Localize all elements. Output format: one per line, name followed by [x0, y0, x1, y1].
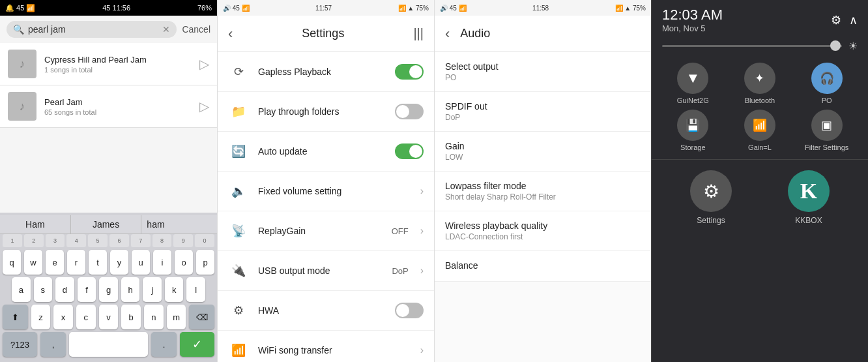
tile-storage[interactable]: 💾 Storage	[662, 110, 724, 151]
num-key[interactable]: 0	[195, 234, 214, 247]
num-key[interactable]: 5	[88, 234, 108, 247]
back-button-settings[interactable]: ‹	[228, 25, 233, 42]
key-y[interactable]: y	[110, 250, 128, 275]
app-settings[interactable]: ⚙ Settings	[690, 170, 732, 225]
list-item[interactable]: ♪ Pearl Jam 65 songs in total ▷	[0, 85, 217, 128]
settings-item-folders[interactable]: 📁 Play through folders	[218, 92, 434, 132]
key-n[interactable]: n	[144, 305, 164, 329]
key-s[interactable]: s	[34, 277, 53, 302]
audio-item-spdif[interactable]: SPDIF out DoP	[435, 92, 651, 132]
settings-item-volume[interactable]: 🔈 Fixed volume setting ›	[218, 172, 434, 211]
key-q[interactable]: q	[3, 250, 21, 275]
num-key[interactable]: 2	[24, 234, 44, 247]
tile-gainl[interactable]: 📶 Gain=L	[729, 110, 791, 151]
search-input[interactable]	[28, 24, 158, 35]
num-key[interactable]: 6	[109, 234, 129, 247]
key-space[interactable]	[69, 332, 148, 357]
audio-item-lowpass[interactable]: Lowpass filter mode Short delay Sharp Ro…	[435, 172, 651, 211]
folders-toggle[interactable]	[395, 104, 424, 119]
suggestion-1[interactable]: James	[71, 215, 142, 234]
key-period[interactable]: .	[151, 332, 177, 357]
app-kkbox[interactable]: K KKBOX	[788, 170, 830, 225]
list-item[interactable]: ♪ Cypress Hill and Pearl Jam 1 songs in …	[0, 43, 217, 85]
status-time-3: 11:58	[532, 5, 549, 12]
brightness-bar[interactable]	[662, 45, 842, 47]
settings-item-hwa[interactable]: ⚙ HWA	[218, 291, 434, 331]
key-t[interactable]: t	[89, 250, 107, 275]
key-e[interactable]: e	[46, 250, 64, 275]
tile-filter[interactable]: ▣ Filter Settings	[796, 110, 858, 151]
settings-item-gapless[interactable]: ⟳ Gapless Playback	[218, 52, 434, 92]
search-wrapper[interactable]: 🔍 ✕	[7, 21, 177, 38]
wifi-icon: 📶	[228, 340, 249, 361]
back-button-audio[interactable]: ‹	[445, 25, 450, 42]
audio-item-gain[interactable]: Gain LOW	[435, 132, 651, 172]
kkbox-app-label: KKBOX	[795, 216, 822, 225]
brightness-knob[interactable]	[830, 40, 841, 51]
key-shift[interactable]: ⬆	[3, 305, 28, 329]
wireless-sub: LDAC-Connection first	[445, 232, 641, 241]
key-i[interactable]: i	[153, 250, 171, 275]
key-m[interactable]: m	[167, 305, 186, 329]
num-key[interactable]: 9	[173, 234, 193, 247]
num-key[interactable]: 1	[3, 234, 22, 247]
key-r[interactable]: r	[67, 250, 85, 275]
tile-guinet2g[interactable]: ▼ GuiNet2G	[662, 63, 724, 104]
collapse-icon[interactable]: ∧	[849, 13, 858, 27]
key-a[interactable]: a	[12, 277, 31, 302]
key-p[interactable]: p	[196, 250, 214, 275]
key-c[interactable]: c	[76, 305, 96, 329]
clear-icon[interactable]: ✕	[162, 24, 170, 35]
suggestion-0[interactable]: Ham	[0, 215, 71, 234]
key-num[interactable]: ?123	[3, 332, 37, 357]
autoupdate-label: Auto update	[258, 146, 386, 157]
key-g[interactable]: g	[99, 277, 118, 302]
key-k[interactable]: k	[165, 277, 184, 302]
key-h[interactable]: h	[121, 277, 140, 302]
key-u[interactable]: u	[132, 250, 150, 275]
key-backspace[interactable]: ⌫	[189, 305, 214, 329]
key-w[interactable]: w	[24, 250, 42, 275]
audio-item-output[interactable]: Select output PO	[435, 52, 651, 92]
key-enter[interactable]: ✓	[180, 332, 214, 357]
settings-item-autoupdate[interactable]: 🔄 Auto update	[218, 132, 434, 172]
settings-item-wifi[interactable]: 📶 WiFi song transfer ›	[218, 331, 434, 362]
autoupdate-toggle[interactable]	[395, 143, 424, 159]
search-bar: 🔍 ✕ Cancel	[0, 16, 217, 43]
key-f[interactable]: f	[78, 277, 96, 302]
settings-item-replaygain[interactable]: 📡 ReplayGain OFF ›	[218, 211, 434, 251]
suggestion-2[interactable]: ham	[141, 215, 217, 234]
num-key[interactable]: 7	[131, 234, 151, 247]
play-button-2[interactable]: ▷	[199, 98, 209, 114]
num-key[interactable]: 8	[152, 234, 172, 247]
settings-item-usb[interactable]: 🔌 USB output mode DoP ›	[218, 251, 434, 291]
gapless-toggle[interactable]	[395, 64, 424, 80]
chevron-icon-volume: ›	[420, 185, 424, 197]
key-b[interactable]: b	[121, 305, 141, 329]
key-z[interactable]: z	[31, 305, 51, 329]
status-bar-settings: 🔊 45 📶 11:57 📶 ▲ 75%	[218, 0, 434, 16]
key-comma[interactable]: ,	[40, 332, 66, 357]
settings-quick-icon[interactable]: ⚙	[831, 13, 841, 27]
settings-app-label: Settings	[697, 216, 725, 225]
key-x[interactable]: x	[53, 305, 73, 329]
play-button-1[interactable]: ▷	[199, 56, 209, 72]
tile-po[interactable]: 🎧 PO	[796, 63, 858, 104]
num-key[interactable]: 3	[46, 234, 65, 247]
song-title-1: Cypress Hill and Pearl Jam	[44, 55, 192, 65]
num-key[interactable]: 4	[66, 234, 86, 247]
song-info-1: Cypress Hill and Pearl Jam 1 songs in to…	[44, 55, 192, 74]
key-d[interactable]: d	[55, 277, 74, 302]
audio-item-balance[interactable]: Balance	[435, 251, 651, 282]
search-icon: 🔍	[13, 24, 24, 35]
key-j[interactable]: j	[143, 277, 162, 302]
key-o[interactable]: o	[175, 250, 193, 275]
cancel-button[interactable]: Cancel	[182, 24, 210, 35]
kb-row-1: q w e r t y u i o p	[3, 250, 214, 275]
audio-item-wireless[interactable]: Wireless playback quality LDAC-Connectio…	[435, 211, 651, 251]
hwa-toggle[interactable]	[395, 303, 424, 318]
key-v[interactable]: v	[99, 305, 119, 329]
equalizer-icon[interactable]: |||	[413, 26, 424, 41]
tile-bluetooth[interactable]: ✦ Bluetooth	[729, 63, 791, 104]
key-l[interactable]: l	[186, 277, 205, 302]
